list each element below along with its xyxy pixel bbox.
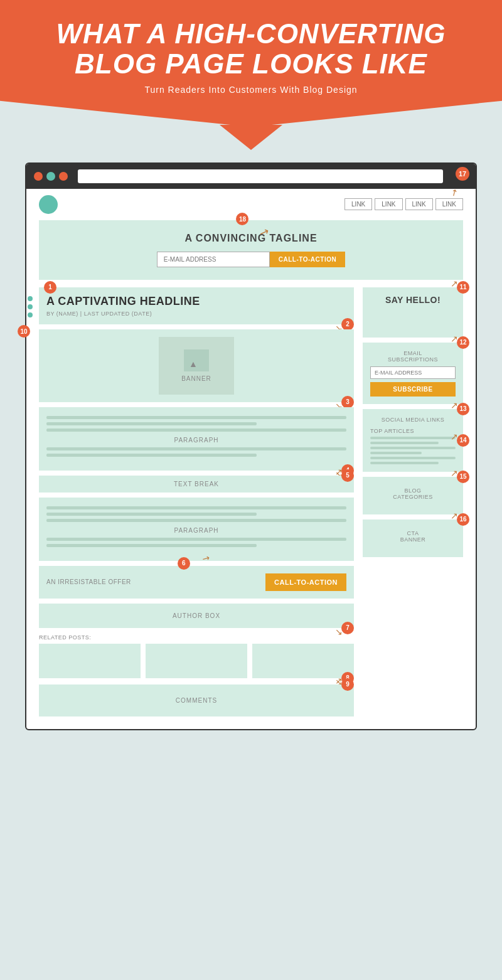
sidebar-categories: 15 ↗ BLOG CATEGORIES bbox=[363, 477, 463, 514]
arrow-13: ↗ bbox=[451, 400, 458, 410]
sidebar-line bbox=[370, 462, 439, 464]
para-line bbox=[46, 429, 346, 432]
right-sidebar: 11 ↗ SAY HELLO! 12 ↗ EMAIL SUBSCRIPTIONS… bbox=[363, 287, 463, 716]
badge-1: 1 bbox=[44, 281, 56, 294]
text-break-section: TEXT BREAK 5 ↗ bbox=[39, 476, 354, 493]
related-item-3 bbox=[252, 644, 354, 678]
nav-link-3[interactable]: LINK bbox=[405, 198, 433, 210]
main-wrapper: 17 ↗ LINK LINK LINK LINK 18 bbox=[0, 150, 502, 755]
comments-section: COMMENTS 9 ↗ bbox=[39, 684, 354, 716]
sidebar-email-input[interactable] bbox=[370, 366, 456, 379]
badge-10: 10 bbox=[18, 325, 30, 338]
arrow-9: ↗ bbox=[335, 676, 343, 686]
sidebar-email-title: EMAIL SUBSCRIPTIONS bbox=[370, 350, 456, 363]
badge-3: 3 bbox=[341, 396, 354, 408]
sidebar-say-hello: 11 ↗ SAY HELLO! bbox=[363, 287, 463, 338]
badge-7: 7 bbox=[341, 622, 354, 634]
related-item-2 bbox=[146, 644, 247, 678]
sidebar-dot-3 bbox=[28, 312, 33, 317]
paragraph-1-section: PARAGRAPH 4 ↘ bbox=[39, 407, 354, 471]
arrow-12: ↗ bbox=[451, 334, 458, 344]
badge-2: 2 bbox=[341, 318, 354, 331]
para-lines-2 bbox=[46, 447, 346, 457]
para-line bbox=[46, 544, 257, 547]
cta-offer-text: AN IRRESISTABLE OFFER bbox=[46, 578, 131, 585]
sidebar-dot-2 bbox=[28, 304, 33, 309]
arrow-16: ↗ bbox=[451, 511, 458, 521]
sidebar-line bbox=[370, 452, 422, 454]
banner-text: BANNER bbox=[171, 375, 222, 382]
badge-5: 5 bbox=[341, 469, 354, 482]
text-break-label: TEXT BREAK bbox=[46, 481, 346, 487]
para-lines-3 bbox=[46, 506, 346, 522]
badge-11: 11 bbox=[457, 281, 469, 294]
sidebar-social-section: 13 ↗ SOCIAL MEDIA LINKS TOP ARTICLES bbox=[363, 409, 463, 472]
sidebar-dot-1 bbox=[28, 296, 33, 301]
content-layout: 10 1 A CAPTIVATING HEADLINE BY (NAME) | … bbox=[39, 287, 463, 716]
cta-main-button[interactable]: CALL-TO-ACTION bbox=[265, 573, 346, 591]
nav-link-4[interactable]: LINK bbox=[435, 198, 463, 210]
blog-logo bbox=[39, 195, 58, 214]
author-section: AUTHOR BOX 7 ↘ bbox=[39, 604, 354, 628]
paragraph-2-section: PARAGRAPH bbox=[39, 498, 354, 561]
banner-placeholder: BANNER bbox=[159, 337, 234, 395]
browser-url-bar[interactable] bbox=[78, 169, 443, 183]
banner-image-icon bbox=[184, 349, 209, 371]
post-meta: BY (NAME) | LAST UPDATED (DATE) bbox=[46, 311, 346, 317]
dot-orange bbox=[59, 172, 68, 181]
header-title: WHAT A HIGH-CONVERTINGBLOG PAGE LOOKS LI… bbox=[38, 19, 464, 80]
arrow-11: ↗ bbox=[451, 279, 458, 289]
hero-section: 18 ↗ A CONVINCING TAGLINE CALL-TO-ACTION bbox=[39, 220, 463, 280]
author-label: AUTHOR BOX bbox=[46, 612, 346, 619]
banner-section: BANNER 3 ↘ bbox=[39, 329, 354, 402]
browser-dots bbox=[34, 172, 68, 181]
comments-label: COMMENTS bbox=[46, 697, 346, 704]
para-line bbox=[46, 506, 346, 509]
page-header: WHAT A HIGH-CONVERTINGBLOG PAGE LOOKS LI… bbox=[0, 0, 502, 126]
badge-9: 9 bbox=[341, 678, 354, 691]
badge-18: 18 bbox=[236, 213, 248, 225]
nav-link-1[interactable]: LINK bbox=[344, 198, 372, 210]
blog-nav: LINK LINK LINK LINK bbox=[39, 195, 463, 214]
badge-10-wrap: 10 bbox=[18, 325, 30, 338]
para-line bbox=[46, 513, 257, 516]
browser-bar: 17 bbox=[26, 164, 476, 189]
sidebar-top-articles-label: TOP ARTICLES bbox=[370, 428, 456, 434]
para-line bbox=[46, 416, 346, 419]
para-line bbox=[46, 422, 257, 425]
blog-content: LINK LINK LINK LINK 18 ↗ A CONVINCING TA… bbox=[26, 189, 476, 729]
sidebar-dots-container bbox=[28, 296, 33, 317]
sidebar-hello-title: SAY HELLO! bbox=[370, 295, 456, 305]
nav-link-2[interactable]: LINK bbox=[375, 198, 402, 210]
related-item-1 bbox=[39, 644, 141, 678]
badge-16: 16 bbox=[457, 513, 469, 526]
badge-17: 17 bbox=[456, 167, 469, 181]
badge-15: 15 bbox=[457, 471, 469, 483]
para-label-1: PARAGRAPH bbox=[46, 437, 346, 444]
post-headline: A CAPTIVATING HEADLINE bbox=[46, 295, 346, 308]
sidebar-line bbox=[370, 457, 456, 459]
para-lines-1 bbox=[46, 416, 346, 432]
para-lines-4 bbox=[46, 538, 346, 547]
para-line bbox=[46, 447, 346, 450]
dot-red bbox=[34, 172, 43, 181]
sidebar-cta-label: CTA BANNER bbox=[400, 530, 426, 543]
related-posts-section: RELATED POSTS: 8 ↘ bbox=[39, 634, 354, 678]
sidebar-line bbox=[370, 442, 439, 444]
header-subtitle: Turn Readers Into Customers With Blog De… bbox=[38, 85, 464, 95]
sidebar-article-lines bbox=[370, 437, 456, 464]
hero-cta-button[interactable]: CALL-TO-ACTION bbox=[270, 252, 345, 267]
cta-main-section: 6 ↗ AN IRRESISTABLE OFFER CALL-TO-ACTION bbox=[39, 566, 354, 599]
para-line bbox=[46, 538, 346, 541]
sidebar-subscribe-button[interactable]: SUBSCRIBE bbox=[370, 382, 456, 397]
browser-mockup: 17 ↗ LINK LINK LINK LINK 18 bbox=[25, 162, 477, 730]
sidebar-line bbox=[370, 437, 456, 439]
para-line bbox=[46, 454, 257, 457]
sidebar-line bbox=[370, 447, 456, 449]
hero-email-input[interactable] bbox=[157, 252, 270, 267]
blog-links: LINK LINK LINK LINK bbox=[344, 198, 463, 210]
arrow-14: ↗ bbox=[451, 432, 458, 442]
post-headline-section: 1 A CAPTIVATING HEADLINE BY (NAME) | LAS… bbox=[39, 287, 354, 324]
hero-tagline: A CONVINCING TAGLINE bbox=[51, 233, 451, 244]
related-label: RELATED POSTS: bbox=[39, 634, 354, 641]
